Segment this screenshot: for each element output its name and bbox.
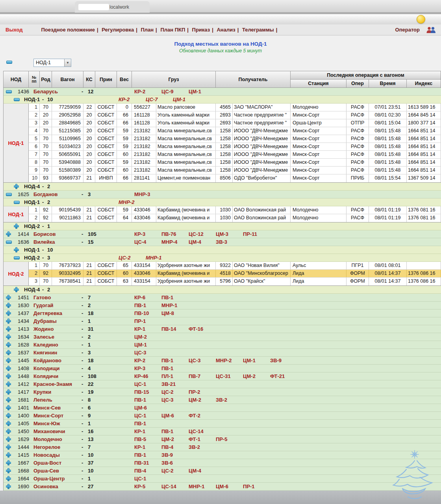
expand-icon[interactable] <box>6 484 11 489</box>
collapse-icon[interactable] <box>14 256 20 259</box>
nod-group-row[interactable]: НОД-1-10КР-2ЦС-7ЦМ-1 <box>4 96 441 104</box>
nod-select[interactable]: НОД-1 ▼ <box>33 59 71 67</box>
station-group-row[interactable]: 1450Михановичи-16КР-1ПВ-1ЦС-14 <box>4 428 441 435</box>
expand-icon[interactable] <box>6 311 11 316</box>
expand-icon[interactable] <box>6 413 11 418</box>
wagon-row[interactable]: 10939366973721ИНВП66281141Цемент,не поим… <box>29 174 441 182</box>
station-group-row[interactable]: 1414Борисов-105КР-3ПВ-76ЦС-12ЦМ-3ПР-11 <box>4 230 441 238</box>
station-group-row[interactable]: 1445Койданово-18КР-2ПВ-1ЦС-3МНР-2ЦМ-1ЗВ-… <box>4 357 441 365</box>
expand-icon[interactable] <box>6 342 11 347</box>
station-group-row[interactable]: 1400Минск-Сорт-9ЦС-1ЦМ-6ФТ-2 <box>4 412 441 420</box>
station-group-row[interactable]: 1415Новосады-10ПВ-1ЗВ-9 <box>4 451 441 459</box>
collapse-icon[interactable] <box>6 193 12 196</box>
wagon-row[interactable]: 7705065509120СОБСТ60213182Масла минераль… <box>29 151 441 159</box>
expand-icon[interactable] <box>6 358 11 363</box>
station-group-row[interactable]: 1405Минск-Юж-1ПВ-1 <box>4 420 441 428</box>
expand-icon[interactable] <box>14 247 19 252</box>
wagon-row[interactable]: 2202905295820СОБСТ66161128Уголь каменный… <box>29 111 441 119</box>
station-group-row[interactable]: 1448Колядичи-108КР-46ПЛ-1ПВ-7ЦС-31ЦМ-2ФТ… <box>4 372 441 380</box>
wagon-row[interactable]: 6705103402320СОБСТ59213182Масла минераль… <box>29 143 441 151</box>
menu-item-plan[interactable]: План <box>141 27 154 33</box>
expand-icon[interactable] <box>6 460 11 465</box>
expand-icon[interactable] <box>6 374 11 379</box>
expand-icon[interactable] <box>6 366 11 371</box>
expand-icon[interactable] <box>6 468 11 473</box>
menu-item-plan-pkp[interactable]: План ПКП <box>160 27 185 33</box>
wagon-row[interactable]: 1707725905922СОБСТ0556227Масло рапсовое4… <box>29 104 441 111</box>
station-group-row[interactable]: 1625Богданов-3МНР-3 <box>4 191 441 198</box>
expand-icon[interactable] <box>14 184 19 189</box>
nod-group-row[interactable]: НОД-2-3ЦС-2МНР-1 <box>4 254 441 262</box>
wagon-row[interactable]: 3707673854121СОБСТ63433154Удобрения азот… <box>29 278 441 285</box>
station-group-row[interactable]: 1667Орша-Вост-37ПВ-31ЗВ-6 <box>4 459 441 467</box>
expand-icon[interactable] <box>14 224 19 229</box>
expand-icon[interactable] <box>6 452 11 458</box>
menu-item-regulirovka[interactable]: Регулировка <box>102 27 134 33</box>
expand-icon[interactable] <box>6 326 11 332</box>
wagon-row[interactable]: 3202884968520СОБСТ66161128Уголь каменный… <box>29 119 441 127</box>
wagon-row[interactable]: 5705110996520СОБСТ59213182Масла минераль… <box>29 135 441 143</box>
expand-icon[interactable] <box>6 232 11 237</box>
menu-item-telegrammy[interactable]: Телеграммы <box>242 27 274 33</box>
collapse-icon[interactable] <box>14 98 20 101</box>
expand-icon[interactable] <box>6 382 11 387</box>
expand-icon[interactable] <box>6 350 11 355</box>
users-icon[interactable] <box>425 26 436 33</box>
station-group-row[interactable]: 1690Осиновка-27КР-5ЦС-14МНР-1ЦМ-6ПР-1 <box>4 483 441 491</box>
station-group-row[interactable]: 1444Негорелое-7КР-1ПВ-4ЗВ-2 <box>4 443 441 451</box>
nod-group-row[interactable]: НОД-1-10 <box>4 246 441 254</box>
expand-icon[interactable] <box>6 405 11 410</box>
station-group-row[interactable]: 1413Жодино-31КР-1ПВ-14ФТ-16 <box>4 325 441 333</box>
wagon-row[interactable]: 2929033249521СОБСТ60433046Карбамид (моче… <box>29 270 441 278</box>
station-group-row[interactable]: 1628Каледино-1ЦМ-1 <box>4 341 441 349</box>
wagon-row[interactable]: 1929019543921СОБСТ59433046Карбамид (моче… <box>29 206 441 214</box>
station-group-row[interactable]: 1630Гудогай-2ПВ-1МНР-1 <box>4 302 441 309</box>
collapse-icon[interactable] <box>6 241 12 244</box>
menu-exit[interactable]: Выход <box>6 27 22 33</box>
station-group-row[interactable]: 1629Молодечно-13ПВ-5ЦМ-2ФТ-1ПР-5 <box>4 435 441 443</box>
wagon-row[interactable]: 9705158038920СОБСТ60213182Масла минераль… <box>29 167 441 174</box>
station-group-row[interactable]: 1408Колодищи-4КР-3ПВ-1 <box>4 365 441 372</box>
expand-icon[interactable] <box>6 445 11 450</box>
nod-group-row[interactable]: НОД-2-1 <box>4 222 441 230</box>
expand-icon[interactable] <box>6 319 11 324</box>
station-group-row[interactable]: 1437Дегтяревка-18ПВ-10ЦМ-8 <box>4 309 441 317</box>
dropdown-arrow-icon[interactable]: ▼ <box>64 59 71 67</box>
menu-item-poezdnoe-polozhenie[interactable]: Поездное положение <box>41 27 95 33</box>
expand-icon[interactable] <box>6 429 11 434</box>
menu-item-prikaz[interactable]: Приказ <box>192 27 210 33</box>
station-group-row[interactable]: 1451Гатово-7КР-6ПВ-1 <box>4 294 441 302</box>
expand-icon[interactable] <box>6 421 11 426</box>
wagon-row[interactable]: 1707673792321СОБСТ65433154Удобрения азот… <box>29 262 441 270</box>
expand-icon[interactable] <box>6 397 11 402</box>
wagon-row[interactable]: 8705394088820СОБСТ59213182Масла минераль… <box>29 159 441 167</box>
nod-group-row[interactable]: НОД-4-2 <box>4 183 441 191</box>
expand-icon[interactable] <box>6 303 11 308</box>
collapse-all-icon[interactable] <box>6 61 12 64</box>
station-group-row[interactable]: 1412Красное-Знамя-22ЦС-1ЗВ-21 <box>4 380 441 388</box>
collapse-icon[interactable] <box>6 90 12 93</box>
station-group-row[interactable]: 1681Лепель-8ПВ-1ЦС-3ЦМ-2ЗВ-2 <box>4 396 441 404</box>
smiley-icon[interactable] <box>417 15 425 24</box>
station-group-row[interactable]: 1436Беларусь-12КР-2ЦС-9ЦМ-1 <box>4 88 441 96</box>
station-group-row[interactable]: 1664Орша-Центр-1ЦС-1 <box>4 475 441 483</box>
menu-item-analiz[interactable]: Анализ <box>217 27 235 33</box>
expand-icon[interactable] <box>6 437 11 442</box>
collapse-icon[interactable] <box>14 201 20 204</box>
station-group-row[interactable]: 1401Минск-Сев-6ЦМ-6 <box>4 404 441 412</box>
station-group-row[interactable]: 1668Орша-Сев-10ПВ-4ЦС-2ЦМ-4 <box>4 467 441 475</box>
nod-group-row[interactable]: НОД-1-2МНР-2 <box>4 198 441 206</box>
nod-group-row[interactable]: НОД-4-2 <box>4 286 441 294</box>
station-group-row[interactable]: 1637Княгинин-3ЦС-3 <box>4 349 441 357</box>
wagon-row[interactable]: 2929021186321СОБСТ64433046Карбамид (моче… <box>29 214 441 222</box>
station-group-row[interactable]: 1636Вилейка-15ЦС-4МНР-4ЦМ-4ЗВ-3 <box>4 238 441 246</box>
station-group-row[interactable]: 1434Дубравы-1ПР-1 <box>4 317 441 325</box>
station-group-row[interactable]: 1634Залесье-2ЦМ-2 <box>4 333 441 341</box>
expand-icon[interactable] <box>6 334 11 339</box>
wagon-row[interactable]: 4705121508520СОБСТ59213182Масла минераль… <box>29 127 441 135</box>
station-group-row[interactable]: 1417Крупки-19ПВ-15ЦС-2ПР-2 <box>4 388 441 396</box>
browser-tab[interactable]: localwork <box>75 1 150 13</box>
expand-icon[interactable] <box>6 389 11 395</box>
expand-icon[interactable] <box>6 476 11 481</box>
expand-icon[interactable] <box>14 287 19 292</box>
